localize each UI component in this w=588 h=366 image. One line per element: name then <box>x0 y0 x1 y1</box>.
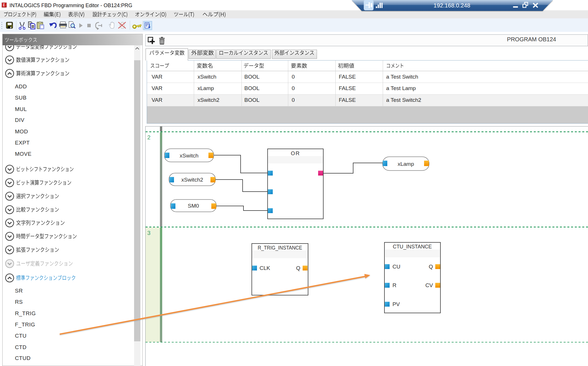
svg-text:R_TRIG_INSTANCE: R_TRIG_INSTANCE <box>258 245 302 251</box>
svg-text:PV: PV <box>392 301 400 307</box>
svg-text:CV: CV <box>425 282 433 288</box>
svg-text:R: R <box>392 282 396 288</box>
svg-text:3: 3 <box>147 230 150 236</box>
svg-text:xSwitch: xSwitch <box>180 153 198 159</box>
svg-text:CTU_INSTANCE: CTU_INSTANCE <box>393 244 432 250</box>
svg-text:xSwitch2: xSwitch2 <box>181 177 203 183</box>
svg-text:192.168.0.248: 192.168.0.248 <box>434 2 470 9</box>
svg-text:xLamp: xLamp <box>398 161 414 167</box>
svg-text:Q: Q <box>296 265 300 271</box>
svg-text:2: 2 <box>147 134 150 141</box>
svg-text:CLK: CLK <box>260 265 270 271</box>
svg-text:CU: CU <box>392 264 400 270</box>
svg-text:Q: Q <box>429 264 433 270</box>
svg-text:OR: OR <box>291 150 300 156</box>
svg-text:SM0: SM0 <box>188 203 199 209</box>
